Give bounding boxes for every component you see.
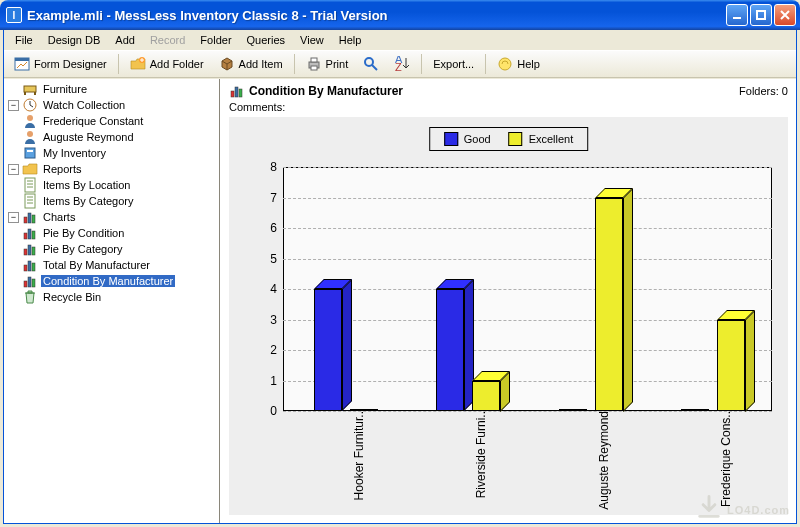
svg-rect-35 bbox=[28, 277, 31, 287]
barchart-icon bbox=[22, 273, 38, 289]
legend-excellent: Excellent bbox=[509, 132, 574, 146]
window-maximize-button[interactable] bbox=[750, 4, 772, 26]
content-header: Condition By Manufacturer Folders: 0 Com… bbox=[221, 79, 796, 117]
add-folder-button[interactable]: Add Folder bbox=[123, 53, 211, 75]
add-item-button[interactable]: Add Item bbox=[212, 53, 290, 75]
tree-item-total-by-manufacturer[interactable]: Total By Manufacturer bbox=[6, 257, 219, 273]
menu-folder[interactable]: Folder bbox=[193, 32, 238, 48]
y-tick-label: 7 bbox=[270, 191, 283, 205]
legend-swatch-excellent bbox=[509, 132, 523, 146]
tree-item-pie-by-condition[interactable]: Pie By Condition bbox=[6, 225, 219, 241]
clock-icon bbox=[22, 97, 38, 113]
tree-item-items-by-category[interactable]: Items By Category bbox=[6, 193, 219, 209]
toolbar-separator bbox=[421, 54, 422, 74]
tree-item-pie-by-category[interactable]: Pie By Category bbox=[6, 241, 219, 257]
svg-point-11 bbox=[499, 58, 511, 70]
gridline bbox=[283, 320, 772, 321]
svg-rect-32 bbox=[28, 261, 31, 271]
menu-add[interactable]: Add bbox=[108, 32, 142, 48]
inventory-icon bbox=[22, 145, 38, 161]
menu-queries[interactable]: Queries bbox=[240, 32, 293, 48]
svg-rect-34 bbox=[24, 281, 27, 287]
svg-rect-38 bbox=[235, 87, 238, 97]
legend-swatch-good bbox=[444, 132, 458, 146]
gridline bbox=[283, 381, 772, 382]
person-icon bbox=[22, 129, 38, 145]
menu-help[interactable]: Help bbox=[332, 32, 369, 48]
window-close-button[interactable] bbox=[774, 4, 796, 26]
sort-button[interactable]: AZ bbox=[387, 53, 417, 75]
toolbar-separator bbox=[485, 54, 486, 74]
tree-item-furniture[interactable]: Furniture bbox=[6, 81, 219, 97]
window-minimize-button[interactable] bbox=[726, 4, 748, 26]
collapse-toggle-icon[interactable]: − bbox=[8, 100, 19, 111]
barchart-icon bbox=[22, 241, 38, 257]
y-tick-label: 2 bbox=[270, 343, 283, 357]
svg-rect-19 bbox=[27, 150, 33, 152]
tree-item-charts[interactable]: −Charts bbox=[6, 209, 219, 225]
window-title: Example.mli - MessLess Inventory Classic… bbox=[27, 8, 726, 23]
svg-rect-12 bbox=[24, 86, 36, 92]
bar-good-1 bbox=[436, 289, 464, 411]
menu-record: Record bbox=[143, 32, 192, 48]
form-designer-label: Form Designer bbox=[34, 58, 107, 70]
folder-tree[interactable]: Furniture −Watch Collection Frederique C… bbox=[4, 79, 220, 523]
gridline bbox=[283, 198, 772, 199]
menu-file[interactable]: File bbox=[8, 32, 40, 48]
print-button[interactable]: Print bbox=[299, 53, 356, 75]
svg-rect-3 bbox=[15, 58, 29, 61]
tree-item-condition-by-manufacturer[interactable]: Condition By Manufacturer bbox=[6, 273, 219, 289]
svg-rect-7 bbox=[311, 66, 317, 70]
export-button[interactable]: Export... bbox=[426, 55, 481, 73]
x-tick-label: Frederique Cons.. bbox=[719, 411, 733, 507]
y-tick-label: 4 bbox=[270, 282, 283, 296]
plot-area: 012345678Hooker Furnitur..Riverside Furn… bbox=[283, 167, 772, 411]
x-tick-label: Hooker Furnitur.. bbox=[352, 411, 366, 500]
gridline bbox=[283, 228, 772, 229]
print-label: Print bbox=[326, 58, 349, 70]
tree-item-watch-collection[interactable]: −Watch Collection bbox=[6, 97, 219, 113]
search-icon bbox=[363, 56, 379, 72]
report-icon bbox=[22, 177, 38, 193]
menu-view[interactable]: View bbox=[293, 32, 331, 48]
bar-excellent-2 bbox=[595, 198, 623, 412]
titlebar: I Example.mli - MessLess Inventory Class… bbox=[0, 0, 800, 30]
svg-rect-0 bbox=[733, 17, 741, 19]
collapse-toggle-icon[interactable]: − bbox=[8, 212, 19, 223]
help-button[interactable]: Help bbox=[490, 53, 547, 75]
gridline bbox=[283, 350, 772, 351]
form-designer-button[interactable]: Form Designer bbox=[7, 53, 114, 75]
tree-item-reports[interactable]: −Reports bbox=[6, 161, 219, 177]
tree-item-frederique-constant[interactable]: Frederique Constant bbox=[6, 113, 219, 129]
svg-rect-23 bbox=[28, 213, 31, 223]
chart-pane: Good Excellent 012345678Hooker Furnitur.… bbox=[229, 117, 788, 515]
person-icon bbox=[22, 113, 38, 129]
form-designer-icon bbox=[14, 56, 30, 72]
svg-rect-25 bbox=[24, 233, 27, 239]
folders-count: Folders: 0 bbox=[739, 85, 788, 97]
x-tick-label: Auguste Reymond bbox=[597, 411, 611, 510]
gridline bbox=[283, 289, 772, 290]
svg-rect-22 bbox=[24, 217, 27, 223]
menu-design-db[interactable]: Design DB bbox=[41, 32, 108, 48]
toolbar-separator bbox=[118, 54, 119, 74]
svg-rect-21 bbox=[25, 194, 35, 208]
svg-rect-20 bbox=[25, 178, 35, 192]
gridline bbox=[283, 167, 772, 168]
tree-item-recycle-bin[interactable]: Recycle Bin bbox=[6, 289, 219, 305]
search-button[interactable] bbox=[356, 53, 386, 75]
app-icon: I bbox=[6, 7, 22, 23]
add-item-label: Add Item bbox=[239, 58, 283, 70]
furniture-icon bbox=[22, 81, 38, 97]
tree-item-items-by-location[interactable]: Items By Location bbox=[6, 177, 219, 193]
svg-rect-24 bbox=[32, 215, 35, 223]
print-icon bbox=[306, 56, 322, 72]
y-tick-label: 6 bbox=[270, 221, 283, 235]
collapse-toggle-icon[interactable]: − bbox=[8, 164, 19, 175]
y-tick-label: 8 bbox=[270, 160, 283, 174]
comments-label: Comments: bbox=[229, 99, 788, 117]
svg-point-17 bbox=[27, 131, 33, 137]
svg-rect-6 bbox=[311, 58, 317, 62]
tree-item-my-inventory[interactable]: My Inventory bbox=[6, 145, 219, 161]
tree-item-auguste-reymond[interactable]: Auguste Reymond bbox=[6, 129, 219, 145]
